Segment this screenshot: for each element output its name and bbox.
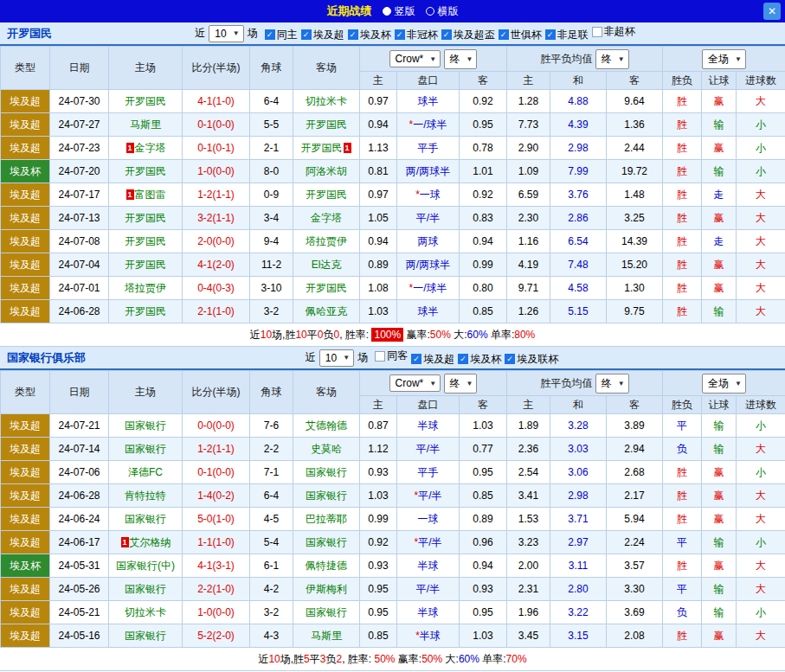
home-odds-cell: 1.05	[360, 207, 397, 230]
filter-checkbox-埃及联杯[interactable]: ✓埃及联杯	[505, 352, 558, 367]
layout-option-horizontal[interactable]: 横版	[426, 4, 459, 19]
home-team-cell[interactable]: 肯特拉特	[109, 484, 183, 508]
avg-away-cell: 9.75	[607, 300, 663, 323]
away-team-cell[interactable]: 国家银行	[293, 531, 360, 554]
away-team-cell[interactable]: 国家银行	[293, 484, 360, 508]
home-team-cell[interactable]: 1富图雷	[109, 183, 183, 207]
radio-unselected-icon[interactable]	[426, 7, 434, 16]
full-match-select[interactable]: 全场▼	[702, 49, 746, 69]
score-cell: 0-1(0-0)	[183, 113, 250, 137]
home-team-cell[interactable]: 塔拉贾伊	[109, 277, 183, 300]
checkbox-checked-icon[interactable]: ✓	[301, 29, 312, 40]
checkbox-checked-icon[interactable]: ✓	[458, 354, 468, 364]
filter-checkbox-埃及超[interactable]: ✓埃及超	[301, 28, 344, 42]
away-team-cell[interactable]: 艾德翰德	[293, 414, 360, 438]
home-team-cell[interactable]: 1金字塔	[109, 137, 183, 160]
odds-source-select[interactable]: Crow*▼	[389, 50, 441, 67]
filter-checkbox-埃及超[interactable]: ✓埃及超	[411, 352, 454, 367]
home-team-cell[interactable]: 开罗国民	[109, 300, 183, 323]
avg-state-select[interactable]: 终▼	[595, 374, 629, 394]
checkbox-checked-icon[interactable]: ✓	[395, 29, 405, 40]
checkbox-checked-icon[interactable]: ✓	[545, 29, 556, 40]
home-team-cell[interactable]: 切拉米卡	[109, 601, 183, 624]
away-team-cell[interactable]: 阿洛米胡	[293, 160, 360, 183]
away-team-cell[interactable]: 史莫哈	[293, 438, 360, 461]
home-team-cell[interactable]: 国家银行	[109, 508, 183, 531]
filter-checkbox-同客[interactable]: 同客	[375, 349, 408, 363]
away-team-cell[interactable]: 塔拉贾伊	[293, 230, 360, 253]
filter-checkbox-埃及杯[interactable]: ✓埃及杯	[348, 28, 391, 42]
away-team-cell[interactable]: 开罗国民	[293, 113, 360, 137]
summary-segment: 50%	[374, 653, 395, 665]
away-team-cell[interactable]: 伊斯梅利	[293, 578, 360, 601]
handicap-cell: 平/半	[397, 207, 460, 230]
away-team-cell[interactable]: 马斯里	[293, 624, 360, 648]
checkbox-checked-icon[interactable]: ✓	[348, 29, 358, 40]
away-team-cell[interactable]: 切拉米卡	[293, 90, 360, 113]
result-cell: 负	[663, 438, 702, 461]
league-type-cell: 埃及超	[1, 461, 50, 484]
home-team-cell[interactable]: 开罗国民	[109, 160, 183, 183]
home-team-cell[interactable]: 国家银行(中)	[109, 554, 183, 578]
filter-checkbox-埃及超盃[interactable]: ✓埃及超盃	[441, 28, 495, 42]
sub-avg-home: 主	[507, 396, 550, 414]
checkbox-label: 埃及超盃	[454, 28, 495, 42]
away-team-cell[interactable]: 国家银行	[293, 601, 360, 624]
filter-checkbox-埃及杯[interactable]: ✓埃及杯	[458, 352, 501, 367]
home-team-cell[interactable]: 开罗国民	[109, 90, 183, 113]
layout-option-vertical[interactable]: 竖版	[383, 4, 415, 19]
filter-checkbox-非超杯[interactable]: 非超杯	[592, 24, 635, 39]
avg-home-cell: 2.90	[507, 137, 550, 160]
odds-source-select[interactable]: Crow*▼	[389, 374, 441, 392]
home-team-cell[interactable]: 泽德FC	[109, 461, 183, 484]
away-team-cell[interactable]: El达克	[293, 253, 360, 277]
avg-away-cell: 3.69	[607, 601, 663, 624]
away-team-cell[interactable]: 开罗国民	[293, 183, 360, 207]
radio-selected-icon[interactable]	[383, 7, 391, 16]
home-team-cell[interactable]: 国家银行	[109, 414, 183, 438]
away-team-cell[interactable]: 国家银行	[293, 461, 360, 484]
checkbox-unchecked-icon[interactable]	[375, 351, 385, 362]
away-team-cell[interactable]: 开罗国民	[293, 277, 360, 300]
checkbox-checked-icon[interactable]: ✓	[411, 354, 421, 364]
col-away: 客场	[293, 47, 360, 90]
away-team-cell[interactable]: 佩特捷德	[293, 554, 360, 578]
full-match-select[interactable]: 全场▼	[702, 374, 746, 394]
avg-away-cell: 2.94	[607, 438, 663, 461]
home-team-cell[interactable]: 开罗国民	[109, 253, 183, 277]
avg-draw-cell: 3.76	[550, 183, 607, 207]
checkbox-checked-icon[interactable]: ✓	[499, 29, 509, 40]
handicap-result-cell: 赢	[702, 253, 737, 277]
home-team-cell[interactable]: 国家银行	[109, 624, 183, 648]
handicap-cell: *平/半	[397, 531, 460, 554]
close-icon[interactable]: ✕	[763, 3, 781, 20]
filter-checkbox-同主[interactable]: ✓同主	[265, 28, 298, 42]
filter-checkbox-非冠杯[interactable]: ✓非冠杯	[395, 28, 438, 42]
avg-state-select[interactable]: 终▼	[595, 49, 629, 69]
home-team-cell[interactable]: 开罗国民	[109, 207, 183, 230]
home-team-cell[interactable]: 国家银行	[109, 578, 183, 601]
home-team-cell[interactable]: 开罗国民	[109, 230, 183, 253]
home-team-cell[interactable]: 国家银行	[109, 438, 183, 461]
checkbox-unchecked-icon[interactable]	[592, 27, 602, 37]
odds-state-select[interactable]: 终▼	[444, 49, 478, 69]
filter-checkbox-世俱杯[interactable]: ✓世俱杯	[499, 28, 542, 42]
odds-state-select[interactable]: 终▼	[444, 374, 478, 394]
corner-cell: 2-1	[250, 137, 293, 160]
away-team-cell[interactable]: 巴拉蒂耶	[293, 508, 360, 531]
away-odds-cell: 0.95	[460, 113, 507, 137]
odds-header: Crow*▼ 终▼	[360, 47, 507, 72]
checkbox-checked-icon[interactable]: ✓	[505, 354, 515, 364]
avg-header: 胜平负均值 终▼	[507, 371, 663, 396]
away-team-cell[interactable]: 开罗国民1	[293, 137, 360, 160]
filter-checkbox-非足联[interactable]: ✓非足联	[545, 28, 589, 42]
checkbox-checked-icon[interactable]: ✓	[441, 29, 452, 40]
away-team-cell[interactable]: 金字塔	[293, 207, 360, 230]
home-team-cell[interactable]: 马斯里	[109, 113, 183, 137]
match-count-select[interactable]: 10▼	[209, 25, 243, 42]
handicap-result-cell: 输	[702, 531, 737, 554]
away-team-cell[interactable]: 佩哈亚克	[293, 300, 360, 323]
home-team-cell[interactable]: 1艾尔格纳	[109, 531, 183, 554]
match-count-select[interactable]: 10▼	[319, 349, 354, 367]
checkbox-checked-icon[interactable]: ✓	[265, 29, 275, 40]
